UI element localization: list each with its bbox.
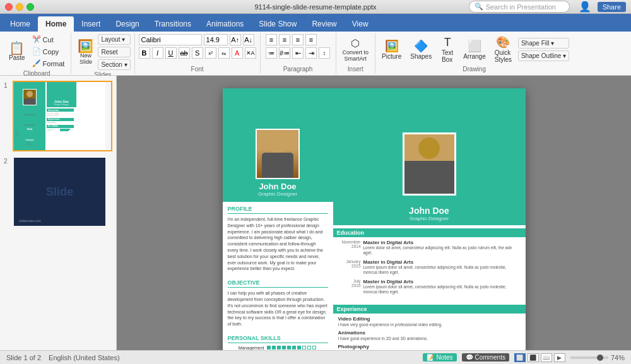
textbox-button[interactable]: T TextBox [438,35,457,64]
exp-anim-text: I have good experience in 2D and 3D anim… [338,336,521,341]
format-button[interactable]: 🖌️ Format [30,58,68,69]
reading-view-button[interactable]: 📖 [541,353,552,362]
convert-smartart-button[interactable]: ⬡ Convert toSmartArt [340,36,372,63]
quick-styles-button[interactable]: 🎨 QuickStyles [492,34,514,64]
reset-button[interactable]: Reset [98,47,130,57]
superscript-button[interactable]: x² [205,47,216,59]
shadow-button[interactable]: S [192,47,203,59]
slide-preview-1[interactable]: Profile Lorem ipsum... Objective Lorem i… [13,81,112,151]
arrange-label: Arrange [463,53,486,60]
resume-right-column: John Doe Graphic Designer Education Nove… [333,88,526,350]
tab-review[interactable]: Review [304,16,344,32]
experience-section: Experience Video Editing I have very goo… [333,302,526,350]
quick-styles-label: QuickStyles [495,49,512,63]
title-right-controls: 🔍 Search in Presentation 👤 Share [469,1,626,13]
bullet-list-button[interactable]: ≔ [266,47,277,59]
cut-button[interactable]: ✂️ Cut [30,34,68,45]
arrange-button[interactable]: ⬜ Arrange [461,38,488,61]
underline-button[interactable]: U [165,47,177,59]
normal-view-button[interactable]: ⬜ [514,353,526,362]
person-title: Graphic Designer [258,191,297,197]
edu-text-3: Lorem ipsum dolor sit amet, consectetur … [363,285,521,295]
line-spacing-button[interactable]: ↕ [319,47,330,59]
edu-entry-1: November2014 Master in Digital Arts Lore… [338,240,521,256]
search-bar[interactable]: 🔍 Search in Presentation [469,1,570,13]
comments-label: Comments [475,354,505,361]
indent-decrease-button[interactable]: ⇤ [292,47,304,59]
tab-home-active[interactable]: Home [38,16,74,32]
slide-preview-2[interactable]: Slide slidehunter.com [13,156,112,227]
minimize-button[interactable] [16,3,23,11]
exp-photo-title: Photography [338,344,521,349]
slideshow-view-button[interactable]: ▶ [554,353,565,362]
layout-button[interactable]: Layout ▾ [98,34,130,45]
font-color-button[interactable]: A [232,47,243,59]
name-area: John Doe Graphic Designer [333,202,526,225]
slide-sorter-button[interactable]: ⬛ [528,353,539,362]
decrease-font-button[interactable]: A↓ [243,34,254,45]
justify-button[interactable]: ≡ [305,34,317,45]
tab-animations[interactable]: Animations [199,16,251,32]
main-area: 1 Profile Lorem ipsum... [0,76,631,350]
ribbon-tabs: Home Home Insert Design Transitions Anim… [0,14,631,32]
increase-font-button[interactable]: A↑ [230,34,241,45]
drawing-group: 🖼️ Picture 🔷 Shapes T TextBox ⬜ Arrange … [375,33,573,74]
copy-button[interactable]: 📄 Copy [30,46,68,57]
zoom-level: 74% [611,354,625,361]
maximize-button[interactable] [27,3,34,11]
personal-skills-heading: Personal Skills [228,335,328,343]
canvas-area[interactable]: John Doe Graphic Designer Profile I'm an… [117,76,631,350]
strikethrough-button[interactable]: ab [179,47,190,59]
person-silhouette [257,130,298,178]
education-heading: Education [333,228,526,237]
shape-fill-button[interactable]: Shape Fill ▾ [518,38,569,49]
align-center-button[interactable]: ≡ [279,34,290,45]
picture-button[interactable]: 🖼️ Picture [379,38,404,61]
resume-slide: John Doe Graphic Designer Profile I'm an… [223,88,526,350]
slide-thumb-2[interactable]: 2 Slide slidehunter.com [4,156,112,227]
paste-button[interactable]: 📋 Paste [6,40,28,62]
slides-panel: 1 Profile Lorem ipsum... [0,76,117,350]
italic-button[interactable]: I [152,47,163,59]
comments-button[interactable]: 💬 Comments [462,353,509,361]
shape-outline-button[interactable]: Shape Outline ▾ [518,50,569,61]
cut-icon: ✂️ [32,35,41,44]
tab-design[interactable]: Design [108,16,146,32]
person-body [262,153,293,178]
subscript-button[interactable]: x₂ [218,47,230,59]
align-left-button[interactable]: ≡ [266,34,277,45]
numbered-list-button[interactable]: #≔ [279,47,290,59]
edu-entry-3: July2016 Master in Digital Arts Lorem ip… [338,279,521,295]
close-button[interactable] [5,3,13,11]
tab-transitions[interactable]: Transitions [147,16,199,32]
tab-insert[interactable]: Insert [74,16,108,32]
comments-icon: 💬 [466,354,473,361]
new-slide-button[interactable]: 🖼️ NewSlide [75,38,96,66]
picture-icon: 🖼️ [385,39,399,53]
profile-photo [256,129,300,179]
font-size-input[interactable] [204,34,228,45]
tab-view[interactable]: View [345,16,376,32]
paragraph-group: ≡ ≡ ≡ ≡ ≔ #≔ ⇤ ⇥ ↕ Paragraph [261,33,336,74]
cut-label: Cut [43,36,54,44]
zoom-slider[interactable] [570,356,608,359]
font-family-input[interactable] [139,34,202,45]
clear-format-button[interactable]: ✕A [245,47,256,59]
copy-label: Copy [43,48,59,56]
slide-thumb-1[interactable]: 1 Profile Lorem ipsum... [4,81,112,151]
user-icon: 👤 [579,1,591,13]
align-right-button[interactable]: ≡ [292,34,304,45]
tab-slideshow[interactable]: Slide Show [251,16,304,32]
zoom-thumb [597,355,603,361]
tab-home[interactable]: Home [3,16,38,32]
indent-increase-button[interactable]: ⇥ [305,47,317,59]
notes-icon: 📝 [427,354,434,361]
notes-button[interactable]: 📝 Notes [423,353,456,361]
profile-heading: Profile [228,206,328,214]
bold-button[interactable]: B [139,47,150,59]
share-button[interactable]: Share [598,2,626,12]
shapes-button[interactable]: 🔷 Shapes [408,38,434,61]
textbox-icon: T [444,36,451,49]
section-button[interactable]: Section ▾ [98,59,130,70]
exp-video: Video Editing I have very good experienc… [338,316,521,327]
